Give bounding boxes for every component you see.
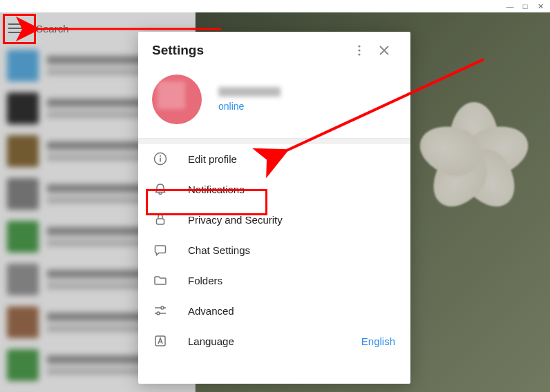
- svg-rect-6: [157, 219, 164, 224]
- profile-name: [218, 87, 281, 97]
- menu-item-language[interactable]: Language English: [138, 326, 410, 356]
- profile-section[interactable]: online: [138, 69, 410, 138]
- menu-label: Folders: [188, 275, 395, 286]
- menu-item-notifications[interactable]: Notifications: [138, 174, 410, 204]
- window-titlebar: — □ ✕: [0, 0, 550, 12]
- info-icon: [153, 152, 167, 166]
- menu-label: Edit profile: [188, 153, 395, 165]
- lock-icon: [153, 213, 167, 226]
- section-divider: [138, 138, 410, 144]
- menu-label: Advanced: [188, 305, 395, 317]
- menu-label: Chat Settings: [188, 244, 395, 256]
- menu-label: Notifications: [188, 184, 395, 195]
- close-icon: [379, 46, 389, 55]
- menu-label: Language: [188, 335, 341, 347]
- menu-label: Privacy and Security: [188, 214, 395, 226]
- menu-value: English: [361, 335, 395, 347]
- settings-title: Settings: [152, 43, 347, 58]
- language-icon: [153, 334, 167, 348]
- chat-icon: [153, 243, 167, 257]
- menu-item-privacy[interactable]: Privacy and Security: [138, 204, 410, 235]
- close-window-button[interactable]: ✕: [536, 2, 544, 10]
- svg-rect-5: [160, 158, 161, 162]
- maximize-button[interactable]: □: [521, 2, 529, 10]
- settings-panel: Settings online Edit profile Notificatio…: [138, 32, 410, 384]
- profile-status: online: [218, 101, 281, 112]
- folder-icon: [153, 273, 167, 287]
- menu-item-chat-settings[interactable]: Chat Settings: [138, 235, 410, 265]
- svg-point-4: [160, 155, 161, 157]
- close-button[interactable]: [372, 38, 397, 63]
- svg-point-2: [358, 53, 360, 55]
- profile-avatar: [152, 75, 202, 124]
- sliders-icon: [153, 304, 167, 317]
- minimize-button[interactable]: —: [506, 2, 514, 10]
- menu-item-folders[interactable]: Folders: [138, 265, 410, 295]
- svg-point-10: [157, 312, 160, 315]
- menu-item-advanced[interactable]: Advanced: [138, 295, 410, 326]
- svg-point-1: [358, 49, 360, 51]
- bell-icon: [153, 182, 167, 196]
- more-options-button[interactable]: [347, 38, 372, 63]
- menu-item-edit-profile[interactable]: Edit profile: [138, 144, 410, 174]
- settings-header: Settings: [138, 32, 410, 69]
- svg-point-0: [358, 45, 360, 47]
- svg-point-8: [161, 306, 164, 309]
- kebab-icon: [358, 45, 361, 56]
